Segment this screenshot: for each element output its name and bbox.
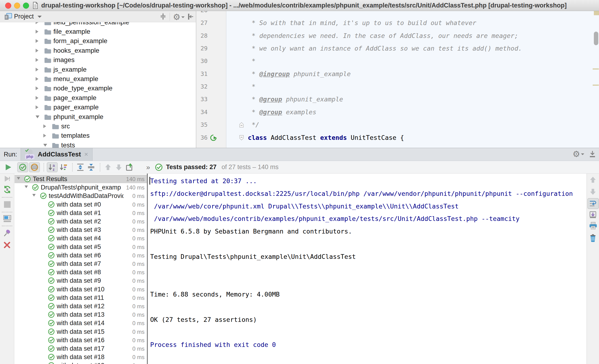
project-tree-item-images[interactable]: images [0,55,196,65]
chevron-right-icon[interactable] [35,96,38,100]
run-console[interactable]: Testing started at 20:37 ...sftp://docke… [148,174,587,364]
test-tree-row[interactable]: with data set #120 ms [15,302,147,310]
editor-scrollbar-thumb[interactable] [594,32,598,45]
test-tree-row[interactable]: with data set #10 ms [15,209,147,217]
show-ignored-toggle[interactable] [29,162,40,172]
test-tree-row[interactable]: testAddWithBadDataProvid(0 ms [15,192,147,200]
project-tree-item-phpunit_example[interactable]: phpunit_example [0,112,196,122]
test-tree-row[interactable]: with data set #140 ms [15,319,147,327]
project-tree-item-hooks_example[interactable]: hooks_example [0,46,196,55]
test-tree-row[interactable]: with data set #180 ms [15,353,147,361]
close-tab-icon[interactable]: × [84,151,88,158]
chevron-right-icon[interactable] [35,68,38,71]
chevron-right-icon[interactable] [35,77,38,81]
project-tool-window-icon[interactable] [4,13,12,20]
project-tree-item-node_type_example[interactable]: node_type_example [0,84,196,93]
rerun-icon[interactable] [3,185,11,194]
project-dropdown-chevron-icon[interactable] [37,16,42,20]
code-text: * [248,54,255,67]
chevron-right-icon[interactable] [35,22,38,24]
test-passed-icon [48,277,55,284]
fold-marker-icon[interactable] [239,135,244,141]
test-tree-row[interactable]: with data set #60 ms [15,251,147,259]
scroll-to-end-icon[interactable] [589,211,597,219]
sort-by-duration-icon[interactable] [59,162,68,172]
project-tree-item-field_permission_example[interactable]: field_permission_example [0,22,196,27]
project-settings-gear-icon[interactable]: ⚙ [173,13,185,21]
project-panel-header: Project ⚙ [0,11,196,22]
hide-panel-icon[interactable] [186,13,194,20]
project-tree-item-pager_example[interactable]: pager_example [0,103,196,112]
project-tree-item-js_example[interactable]: js_example [0,65,196,74]
test-duration: 0 ms [132,285,145,294]
hide-tool-window-icon[interactable] [589,150,596,158]
chevron-right-icon[interactable] [35,86,38,90]
rerun-failed-tests-icon[interactable]: ! [3,175,11,183]
test-tree-row[interactable]: with data set #70 ms [15,259,147,268]
test-tree-row[interactable]: with data set #30 ms [15,226,147,234]
stop-icon[interactable] [4,201,10,208]
collapse-all-icon[interactable] [86,162,96,172]
restore-layout-icon[interactable] [3,215,11,223]
previous-failed-test-icon[interactable] [103,162,113,172]
test-tree-row[interactable]: with data set #20 ms [15,217,147,226]
soft-wrap-toggle[interactable] [588,198,599,209]
test-tree-row[interactable]: with data set #130 ms [15,310,147,319]
fold-marker-icon[interactable] [239,122,244,128]
test-tree-row[interactable]: with data set #00 ms [15,200,147,209]
chevron-more-icon[interactable]: » [146,163,150,171]
test-tree-row[interactable]: Drupal\Tests\phpunit_examp140 ms [15,183,147,192]
chevron-right-icon[interactable] [35,58,38,62]
project-tree-item-src[interactable]: src [0,122,196,131]
chevron-down-icon[interactable] [35,115,39,118]
close-icon[interactable] [3,241,11,249]
chevron-right-icon[interactable] [35,49,38,53]
chevron-down-icon[interactable] [43,144,47,147]
expand-all-icon[interactable] [75,162,85,172]
chevron-down-icon[interactable] [25,186,28,188]
test-tree-row[interactable]: Test Results140 ms [15,175,147,183]
test-tree-row[interactable]: with data set #190 ms [15,361,147,364]
test-tree-row[interactable]: with data set #80 ms [15,268,147,276]
test-tree-row[interactable]: with data set #100 ms [15,285,147,293]
chevron-right-icon[interactable] [43,124,46,128]
document-icon [32,2,38,9]
test-tree-row[interactable]: with data set #110 ms [15,293,147,302]
clear-console-icon[interactable] [589,233,597,242]
run-tab-addclasstest[interactable]: php AddClassTest × [21,148,93,161]
project-tree-item-menu_example[interactable]: menu_example [0,74,196,84]
chevron-right-icon[interactable] [35,39,38,43]
chevron-right-icon[interactable] [35,30,38,34]
test-tree-row[interactable]: with data set #40 ms [15,234,147,242]
test-duration: 0 ms [132,192,145,200]
run-settings-gear-icon[interactable]: ⚙ [573,150,584,158]
import-test-results-icon[interactable] [125,162,134,172]
editor[interactable]: 2627 * So with that in mind, it's up to … [196,11,599,148]
test-tree-row[interactable]: with data set #90 ms [15,276,147,285]
run-test-gutter-icon[interactable] [210,134,217,141]
next-failed-test-icon[interactable] [114,162,124,172]
show-passed-toggle[interactable] [17,162,28,172]
chevron-down-icon[interactable] [32,194,35,196]
tests-passed-icon [155,163,163,171]
test-tree-row[interactable]: with data set #160 ms [15,336,147,344]
project-tree-item-templates[interactable]: templates [0,131,196,140]
pin-tab-icon[interactable] [3,229,11,237]
project-tree-item-file_example[interactable]: file_example [0,27,196,36]
test-tree-row[interactable]: with data set #150 ms [15,328,147,336]
test-tree-row[interactable]: with data set #170 ms [15,344,147,353]
project-panel-title[interactable]: Project [14,11,34,22]
project-tree-item-page_example[interactable]: page_example [0,93,196,103]
chevron-right-icon[interactable] [43,134,46,137]
sort-alphabetically-toggle[interactable]: az [47,162,58,172]
down-arrow-icon[interactable] [589,188,597,195]
print-icon[interactable] [589,222,597,230]
chevron-down-icon[interactable] [17,177,20,180]
project-tree-item-form_api_example[interactable]: form_api_example [0,36,196,46]
chevron-right-icon[interactable] [35,105,38,109]
rerun-icon[interactable] [3,162,13,172]
up-arrow-icon[interactable] [589,176,597,184]
collapse-all-icon[interactable] [159,13,167,20]
project-tree-item-tests[interactable]: tests [0,141,196,148]
test-tree-row[interactable]: with data set #50 ms [15,243,147,251]
